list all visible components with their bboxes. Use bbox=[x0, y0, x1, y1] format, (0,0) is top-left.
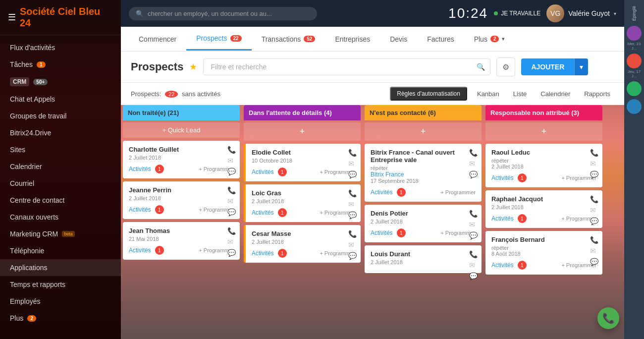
sidebar-item-7[interactable]: Calendrier bbox=[0, 158, 121, 175]
mail-icon[interactable]: ✉ bbox=[227, 157, 236, 165]
kanban-card-1-1[interactable]: 📞✉💬Loic Gras2 Juillet 2018Activités1+ Pr… bbox=[244, 184, 361, 222]
tab-1[interactable]: Prospects22 bbox=[186, 27, 251, 51]
activities-link-0-0[interactable]: Activités bbox=[129, 166, 151, 172]
activities-link-1-1[interactable]: Activités bbox=[252, 209, 274, 216]
notif-avatar-0[interactable] bbox=[627, 26, 642, 41]
search-box[interactable]: 🔍 bbox=[129, 7, 317, 20]
activities-link-3-0[interactable]: Activités bbox=[491, 174, 514, 181]
comment-icon[interactable]: 💬 bbox=[348, 211, 357, 219]
phone-icon[interactable]: 📞 bbox=[590, 195, 598, 203]
notif-avatar-3[interactable] bbox=[627, 99, 642, 114]
tab-2[interactable]: Transactions52 bbox=[252, 28, 325, 50]
tab-3[interactable]: Entreprises bbox=[325, 28, 380, 50]
comment-icon[interactable]: 💬 bbox=[469, 170, 478, 178]
comment-icon[interactable]: 💬 bbox=[227, 208, 236, 216]
sidebar-item-11[interactable]: Marketing CRMbeta bbox=[0, 226, 121, 242]
comment-icon[interactable]: 💬 bbox=[348, 252, 357, 260]
phone-icon[interactable]: 📞 bbox=[469, 250, 478, 258]
add-button[interactable]: AJOUTER bbox=[521, 58, 574, 75]
comment-icon[interactable]: 💬 bbox=[590, 170, 598, 178]
star-icon[interactable]: ★ bbox=[189, 61, 197, 72]
notif-avatar-1[interactable] bbox=[627, 54, 642, 68]
notif-avatar-2[interactable] bbox=[627, 81, 642, 96]
search-input[interactable] bbox=[148, 10, 310, 17]
tab-6[interactable]: Plus2 ▾ bbox=[464, 28, 515, 50]
kanban-card-2-1[interactable]: 📞✉💬Denis Potier2 Juillet 2018Activités1+… bbox=[365, 205, 482, 242]
sidebar-item-4[interactable]: Groupes de travail bbox=[0, 108, 121, 124]
sidebar-item-13[interactable]: Applications bbox=[0, 259, 121, 276]
kanban-card-3-1[interactable]: 📞✉💬Raphael Jacquot2 Juillet 2018Activité… bbox=[485, 190, 602, 228]
add-button-arrow[interactable]: ▾ bbox=[574, 58, 588, 75]
comment-icon[interactable]: 💬 bbox=[469, 272, 478, 280]
comment-icon[interactable]: 💬 bbox=[227, 249, 236, 257]
kanban-card-1-2[interactable]: 📞✉💬Cesar Masse2 Juillet 2018Activités1+ … bbox=[244, 225, 361, 263]
user-area[interactable]: VG Valérie Guyot ▾ bbox=[546, 4, 616, 22]
activities-link-0-2[interactable]: Activités bbox=[129, 247, 151, 254]
automation-button[interactable]: Règles d'automatisation bbox=[390, 87, 467, 101]
phone-icon[interactable]: 📞 bbox=[469, 210, 478, 218]
kanban-card-3-0[interactable]: 📞✉💬Raoul Leducrépéter2 Juillet 2018Activ… bbox=[485, 144, 602, 187]
phone-icon[interactable]: 📞 bbox=[227, 146, 236, 154]
sidebar-item-5[interactable]: Bitrix24.Drive bbox=[0, 124, 121, 141]
mail-icon[interactable]: ✉ bbox=[348, 200, 357, 208]
kanban-card-3-2[interactable]: 📞✉💬François Bernardrépéter8 Août 2018Act… bbox=[485, 231, 602, 275]
phone-icon[interactable]: 📞 bbox=[469, 149, 478, 157]
phone-icon[interactable]: 📞 bbox=[590, 149, 598, 157]
mail-icon[interactable]: ✉ bbox=[348, 241, 357, 249]
phone-icon[interactable]: 📞 bbox=[348, 189, 357, 197]
phone-icon[interactable]: 📞 bbox=[227, 186, 236, 194]
add-col-btn-2[interactable]: + bbox=[365, 122, 482, 141]
sidebar-item-9[interactable]: Centre de contact bbox=[0, 192, 121, 209]
sidebar-item-16[interactable]: Plus2 bbox=[0, 310, 121, 327]
add-col-btn-1[interactable]: + bbox=[244, 122, 361, 141]
tab-5[interactable]: Factures bbox=[417, 28, 464, 50]
settings-button[interactable]: ⚙ bbox=[496, 57, 515, 76]
mail-icon[interactable]: ✉ bbox=[348, 160, 357, 168]
activities-link-2-0[interactable]: Activités bbox=[371, 189, 393, 196]
comment-icon[interactable]: 💬 bbox=[590, 258, 598, 266]
sidebar-item-12[interactable]: Téléphonie bbox=[0, 242, 121, 259]
phone-icon[interactable]: 📞 bbox=[348, 149, 357, 157]
activities-link-1-2[interactable]: Activités bbox=[252, 250, 274, 257]
tab-4[interactable]: Devis bbox=[380, 28, 417, 50]
activities-link-2-1[interactable]: Activités bbox=[371, 229, 393, 236]
activities-link-1-0[interactable]: Activités bbox=[252, 169, 274, 175]
sidebar-item-3[interactable]: Chat et Appels bbox=[0, 91, 121, 108]
hamburger-icon[interactable]: ☰ bbox=[8, 12, 16, 23]
kanban-card-0-2[interactable]: 📞✉💬Jean Thomas21 Mai 2018Activités1+ Pro… bbox=[123, 222, 240, 260]
sidebar-item-15[interactable]: Employés bbox=[0, 293, 121, 310]
mail-icon[interactable]: ✉ bbox=[227, 238, 236, 246]
activities-link-3-2[interactable]: Activités bbox=[491, 262, 514, 269]
view-kanban[interactable]: Kanban bbox=[473, 88, 503, 100]
programmer-link-2-0[interactable]: + Programmer bbox=[440, 189, 476, 195]
comment-icon[interactable]: 💬 bbox=[590, 217, 598, 225]
comment-icon[interactable]: 💬 bbox=[469, 231, 478, 239]
sidebar-item-1[interactable]: Tâches1 bbox=[0, 56, 121, 73]
kanban-card-2-0[interactable]: 📞✉💬Bitrix France - Canal ouvert Entrepri… bbox=[365, 144, 482, 202]
mail-icon[interactable]: ✉ bbox=[469, 261, 478, 269]
mail-icon[interactable]: ✉ bbox=[590, 247, 598, 255]
sidebar-item-0[interactable]: Flux d'activités bbox=[0, 39, 121, 56]
filter-input[interactable] bbox=[209, 59, 477, 75]
card-company-2-0[interactable]: Bitrix France bbox=[371, 171, 476, 178]
phone-icon[interactable]: 📞 bbox=[227, 227, 236, 235]
view-liste[interactable]: Liste bbox=[509, 88, 531, 100]
mail-icon[interactable]: ✉ bbox=[590, 160, 598, 168]
kanban-card-2-2[interactable]: 📞✉💬Louis Durant2 Juillet 2018 bbox=[365, 245, 482, 273]
view-calendrier[interactable]: Calendrier bbox=[537, 88, 574, 100]
add-quick-lead-btn[interactable]: + Quick Lead bbox=[123, 122, 240, 138]
sidebar-item-14[interactable]: Temps et rapports bbox=[0, 276, 121, 293]
mail-icon[interactable]: ✉ bbox=[469, 160, 478, 168]
kanban-card-0-1[interactable]: 📞✉💬Jeanne Perrin2 Juillet 2018Activités1… bbox=[123, 181, 240, 219]
sidebar-item-10[interactable]: Canaux ouverts bbox=[0, 209, 121, 226]
activities-link-0-1[interactable]: Activités bbox=[129, 206, 151, 213]
kanban-card-0-0[interactable]: 📞✉💬Charlotte Guillet2 Juillet 2018Activi… bbox=[123, 141, 240, 178]
comment-icon[interactable]: 💬 bbox=[348, 170, 357, 178]
mail-icon[interactable]: ✉ bbox=[590, 206, 598, 214]
phone-icon[interactable]: 📞 bbox=[348, 230, 357, 238]
mail-icon[interactable]: ✉ bbox=[227, 197, 236, 205]
tab-0[interactable]: Commencer bbox=[129, 28, 186, 50]
activities-link-3-1[interactable]: Activités bbox=[491, 215, 514, 222]
view-rapports[interactable]: Rapports bbox=[580, 88, 614, 100]
work-status[interactable]: JE TRAVAILLE bbox=[494, 10, 540, 17]
